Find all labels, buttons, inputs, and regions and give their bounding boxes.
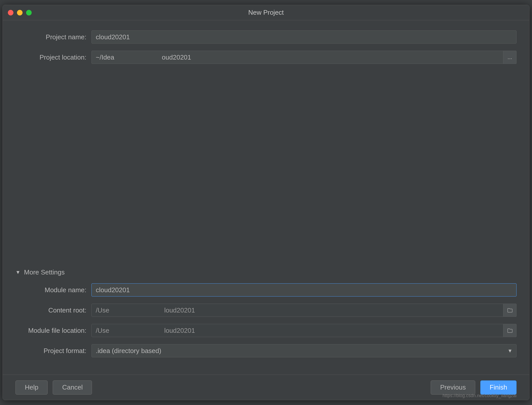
module-file-location-browse-button[interactable] bbox=[503, 324, 517, 337]
window-controls bbox=[8, 10, 32, 15]
main-content: Project name: Project location: ... ▼ Mo… bbox=[3, 20, 529, 375]
project-location-input[interactable] bbox=[91, 51, 503, 64]
cancel-button[interactable]: Cancel bbox=[53, 380, 92, 395]
project-name-label: Project name: bbox=[15, 33, 91, 41]
content-spacer bbox=[15, 71, 517, 268]
more-settings-title: More Settings bbox=[24, 268, 65, 276]
module-file-location-field-group bbox=[91, 324, 517, 337]
module-file-location-row: Module file location: bbox=[15, 324, 517, 337]
project-name-row: Project name: bbox=[15, 30, 517, 44]
content-root-field-group bbox=[91, 304, 517, 317]
project-location-row: Project location: ... bbox=[15, 51, 517, 64]
module-name-input[interactable] bbox=[91, 283, 517, 297]
module-name-row: Module name: bbox=[15, 283, 517, 297]
finish-button[interactable]: Finish bbox=[480, 380, 517, 395]
footer-right-buttons: Previous Finish bbox=[431, 380, 517, 395]
project-format-label: Project format: bbox=[15, 347, 91, 355]
module-name-label: Module name: bbox=[15, 286, 91, 294]
footer: Help Cancel Previous Finish https://blog… bbox=[3, 375, 529, 400]
content-root-row: Content root: bbox=[15, 304, 517, 317]
project-name-input[interactable] bbox=[91, 30, 517, 44]
module-file-location-input[interactable] bbox=[91, 324, 503, 337]
close-button[interactable] bbox=[8, 10, 13, 15]
minimize-button[interactable] bbox=[17, 10, 23, 15]
more-settings-header[interactable]: ▼ More Settings bbox=[15, 268, 517, 276]
new-project-window: New Project Project name: Project locati… bbox=[3, 5, 529, 400]
more-settings-collapse-icon: ▼ bbox=[15, 269, 21, 275]
project-format-select[interactable]: .idea (directory based) .ipr (file based… bbox=[91, 344, 517, 357]
module-file-location-label: Module file location: bbox=[15, 327, 91, 335]
project-location-field-group: ... bbox=[91, 51, 517, 64]
titlebar: New Project bbox=[3, 5, 529, 20]
more-settings-section: ▼ More Settings Module name: Content roo… bbox=[15, 268, 517, 364]
content-root-browse-button[interactable] bbox=[503, 304, 517, 317]
more-settings-body: Module name: Content root: bbox=[15, 283, 517, 364]
footer-url: https://blog.csdn.net/cookily_liangzai bbox=[443, 393, 517, 398]
previous-button[interactable]: Previous bbox=[431, 380, 475, 395]
project-location-browse-button[interactable]: ... bbox=[503, 51, 517, 64]
maximize-button[interactable] bbox=[26, 10, 32, 15]
project-location-label: Project location: bbox=[15, 53, 91, 61]
footer-left-buttons: Help Cancel bbox=[15, 380, 92, 395]
project-format-row: Project format: .idea (directory based) … bbox=[15, 344, 517, 357]
content-root-input[interactable] bbox=[91, 304, 503, 317]
help-button[interactable]: Help bbox=[15, 380, 48, 395]
content-root-label: Content root: bbox=[15, 306, 91, 314]
window-title: New Project bbox=[248, 9, 284, 16]
project-format-select-wrapper: .idea (directory based) .ipr (file based… bbox=[91, 344, 517, 357]
